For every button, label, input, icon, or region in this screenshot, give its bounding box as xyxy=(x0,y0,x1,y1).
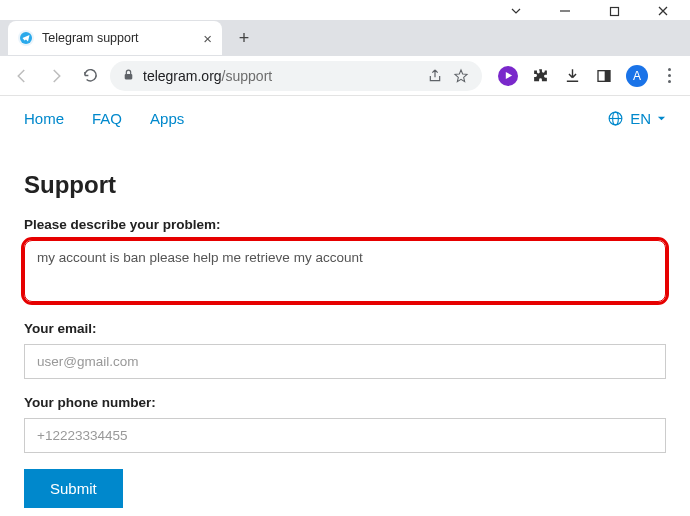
browser-toolbar: telegram.org/support A xyxy=(0,56,690,96)
url-text: telegram.org/support xyxy=(143,68,418,84)
email-label: Your email: xyxy=(24,321,666,336)
reload-button[interactable] xyxy=(76,62,104,90)
submit-button[interactable]: Submit xyxy=(24,469,123,508)
language-label: EN xyxy=(630,110,651,127)
share-icon[interactable] xyxy=(426,68,444,84)
page-title: Support xyxy=(24,171,666,199)
phone-label: Your phone number: xyxy=(24,395,666,410)
profile-avatar[interactable]: A xyxy=(626,65,648,87)
email-input[interactable] xyxy=(24,344,666,379)
panel-icon[interactable] xyxy=(594,66,614,86)
extension-area: A xyxy=(488,65,682,87)
site-nav: Home FAQ Apps EN xyxy=(0,96,690,141)
nav-apps[interactable]: Apps xyxy=(150,110,184,127)
problem-group: Please describe your problem: xyxy=(24,217,666,305)
svg-rect-5 xyxy=(605,70,610,81)
email-group: Your email: xyxy=(24,321,666,379)
lock-icon xyxy=(122,68,135,84)
phone-group: Your phone number: xyxy=(24,395,666,453)
phone-input[interactable] xyxy=(24,418,666,453)
globe-icon xyxy=(607,110,624,127)
browser-tab[interactable]: Telegram support × xyxy=(8,21,222,55)
problem-textarea[interactable] xyxy=(24,240,666,302)
window-controls xyxy=(0,0,690,20)
language-switch[interactable]: EN xyxy=(607,110,666,127)
nav-home[interactable]: Home xyxy=(24,110,64,127)
forward-button[interactable] xyxy=(42,62,70,90)
download-icon[interactable] xyxy=(562,66,582,86)
new-tab-button[interactable]: + xyxy=(230,24,258,52)
caret-down-icon xyxy=(657,114,666,123)
svg-rect-1 xyxy=(610,7,618,15)
address-bar[interactable]: telegram.org/support xyxy=(110,61,482,91)
maximize-icon[interactable] xyxy=(607,4,621,18)
nav-faq[interactable]: FAQ xyxy=(92,110,122,127)
page-content: Home FAQ Apps EN Support Please describe… xyxy=(0,96,690,516)
tab-close-icon[interactable]: × xyxy=(203,30,212,47)
window-close-icon[interactable] xyxy=(656,4,670,18)
chrome-menu-icon[interactable] xyxy=(660,68,678,83)
form-content: Support Please describe your problem: Yo… xyxy=(0,141,690,516)
extensions-puzzle-icon[interactable] xyxy=(530,66,550,86)
problem-label: Please describe your problem: xyxy=(24,217,666,232)
window-dropdown-icon[interactable] xyxy=(509,4,523,18)
tab-strip: Telegram support × + xyxy=(0,20,690,56)
svg-rect-3 xyxy=(125,73,133,78)
back-button[interactable] xyxy=(8,62,36,90)
telegram-favicon-icon xyxy=(18,30,34,46)
minimize-icon[interactable] xyxy=(558,4,572,18)
bookmark-star-icon[interactable] xyxy=(452,68,470,84)
play-extension-icon[interactable] xyxy=(498,66,518,86)
tab-title: Telegram support xyxy=(42,31,195,45)
